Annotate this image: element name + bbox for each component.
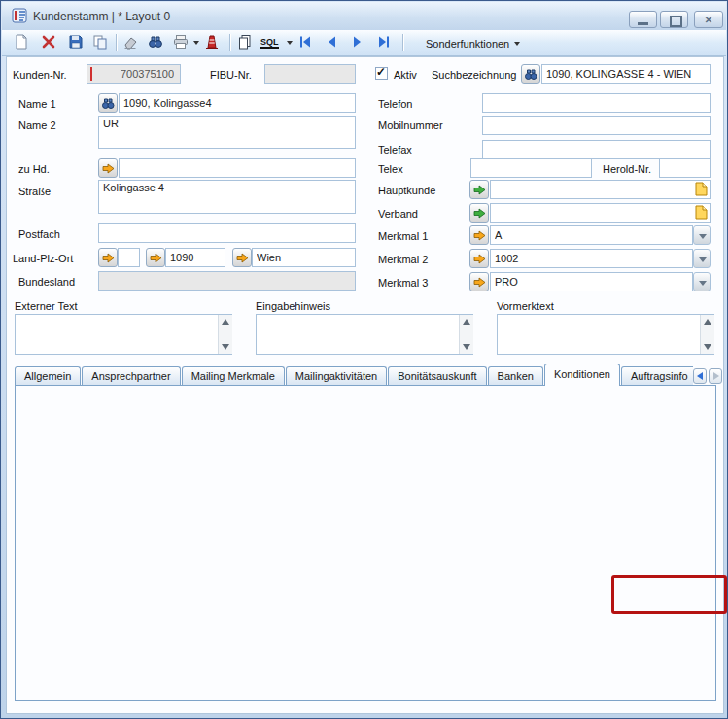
- strasse-field[interactable]: Kolingasse 4: [98, 180, 356, 214]
- fibu-nr-field: [264, 64, 356, 84]
- print-icon[interactable]: [173, 34, 191, 51]
- sonderfunktionen-button[interactable]: Sonderfunktionen: [426, 38, 509, 50]
- name2-label: Name 2: [18, 120, 56, 131]
- merkmal3-field[interactable]: [490, 272, 693, 291]
- close-button[interactable]: ✕: [694, 11, 723, 28]
- nav-last-icon[interactable]: [376, 34, 394, 51]
- scrollbar[interactable]: [218, 315, 232, 354]
- merkmal2-dropdown-button[interactable]: [693, 249, 711, 268]
- merkmal2-field[interactable]: [490, 249, 693, 268]
- nav-prev-icon[interactable]: [324, 34, 341, 51]
- titlebar[interactable]: Kundenstamm | * Layout 0 ✕: [2, 2, 726, 30]
- tab-bonitaetsauskunft[interactable]: Bonitätsauskunft: [388, 366, 486, 386]
- copy-icon[interactable]: [92, 34, 110, 51]
- tab-scroll-left-button[interactable]: [693, 368, 707, 384]
- name2-field[interactable]: UR: [98, 116, 356, 149]
- zu-hd-jump-button[interactable]: [98, 158, 118, 178]
- suchbezeichnung-field[interactable]: [541, 64, 711, 84]
- land-jump-button[interactable]: [98, 248, 118, 267]
- green-arrow-icon: [473, 208, 486, 219]
- tab-scroll-right-button[interactable]: [709, 368, 722, 384]
- ort-jump-button[interactable]: [232, 248, 252, 267]
- verband-field[interactable]: [490, 203, 711, 223]
- scroll-up-icon[interactable]: [463, 319, 470, 325]
- nav-next-icon[interactable]: [350, 34, 367, 51]
- eraser-icon[interactable]: [122, 34, 140, 51]
- note-icon[interactable]: [695, 205, 708, 222]
- sql-dropdown-caret[interactable]: [287, 41, 293, 45]
- mobilnummer-field[interactable]: [482, 116, 711, 135]
- minimize-button[interactable]: [629, 11, 657, 28]
- herold-nr-field[interactable]: [659, 158, 711, 178]
- new-icon[interactable]: [14, 34, 31, 51]
- tab-mailingaktivitaeten[interactable]: Mailingaktivitäten: [286, 366, 387, 386]
- zu-hd-field[interactable]: [119, 158, 356, 178]
- merkmal3-dropdown-button[interactable]: [693, 272, 711, 291]
- tab-bar: Allgemein Ansprechpartner Mailing Merkma…: [15, 364, 693, 386]
- search-icon[interactable]: [148, 34, 165, 51]
- scroll-down-icon[interactable]: [704, 344, 711, 350]
- orange-arrow-icon: [236, 253, 249, 263]
- suchbezeichnung-label: Suchbezeichnung: [432, 69, 516, 81]
- preview-icon[interactable]: [204, 34, 222, 51]
- sql-icon[interactable]: SQL: [260, 37, 279, 49]
- delete-icon[interactable]: [41, 34, 58, 51]
- land-field[interactable]: [118, 248, 140, 267]
- window-title: Kundenstamm | * Layout 0: [33, 10, 170, 23]
- orange-arrow-icon: [473, 230, 486, 241]
- tab-auftragsinfo[interactable]: Auftragsinfo: [621, 366, 693, 386]
- aktiv-checkbox[interactable]: ✓: [375, 67, 388, 80]
- nav-first-icon[interactable]: [297, 34, 315, 51]
- tab-ansprechpartner[interactable]: Ansprechpartner: [82, 366, 180, 386]
- telex-label: Telex: [378, 163, 403, 175]
- maximize-button[interactable]: [660, 11, 688, 28]
- scroll-up-icon[interactable]: [704, 319, 711, 325]
- telex-field[interactable]: [470, 158, 592, 178]
- name1-field[interactable]: [119, 93, 356, 113]
- scroll-down-icon[interactable]: [463, 344, 470, 350]
- scroll-down-icon[interactable]: [222, 344, 229, 350]
- plz-field[interactable]: [165, 248, 225, 267]
- strasse-label: Straße: [18, 186, 51, 197]
- chevron-right-icon: [713, 372, 719, 380]
- ort-field[interactable]: [252, 248, 356, 267]
- externer-text-field[interactable]: [15, 314, 232, 355]
- merkmal1-dropdown-button[interactable]: [693, 225, 711, 245]
- hauptkunde-field[interactable]: [490, 180, 711, 199]
- app-window: Kundenstamm | * Layout 0 ✕ SQL Sonderfun…: [0, 0, 728, 719]
- tab-konditionen[interactable]: Konditionen: [544, 364, 620, 386]
- telefon-field[interactable]: [482, 93, 711, 113]
- bundesland-label: Bundesland: [18, 276, 75, 288]
- merkmal3-jump-button[interactable]: [469, 272, 489, 291]
- scroll-up-icon[interactable]: [222, 319, 229, 325]
- plz-jump-button[interactable]: [146, 248, 165, 267]
- eingabehinweis-field[interactable]: [256, 314, 473, 355]
- eingabehinweis-label: Eingabehinweis: [256, 300, 330, 312]
- scrollbar[interactable]: [459, 315, 473, 354]
- telefax-field[interactable]: [482, 140, 711, 159]
- postfach-field[interactable]: [98, 223, 356, 243]
- search-lookup-button[interactable]: [521, 64, 540, 84]
- konditionen-panel: [15, 385, 716, 701]
- merkmal2-label: Merkmal 2: [378, 254, 428, 265]
- vormerktext-field[interactable]: [497, 314, 714, 355]
- tab-banken[interactable]: Banken: [488, 366, 543, 386]
- note-icon[interactable]: [695, 182, 708, 198]
- aktiv-label: Aktiv: [394, 69, 417, 81]
- verband-label: Verband: [378, 208, 418, 220]
- toolbar-separator: [402, 34, 404, 51]
- print-dropdown-caret[interactable]: [193, 41, 199, 45]
- scrollbar[interactable]: [700, 315, 714, 354]
- save-icon[interactable]: [68, 34, 86, 51]
- tab-mailing-merkmale[interactable]: Mailing Merkmale: [182, 366, 285, 386]
- hauptkunde-jump-button[interactable]: [469, 180, 489, 199]
- merkmal2-jump-button[interactable]: [469, 249, 489, 268]
- tab-allgemein[interactable]: Allgemein: [15, 366, 81, 386]
- check-icon: ✓: [376, 65, 386, 79]
- verband-jump-button[interactable]: [469, 203, 489, 223]
- merkmal1-jump-button[interactable]: [469, 225, 489, 245]
- merkmal1-field[interactable]: [490, 225, 693, 245]
- sonderfunktionen-caret[interactable]: [514, 42, 520, 46]
- copy-pages-icon[interactable]: [237, 34, 255, 51]
- name1-lookup-button[interactable]: [98, 93, 118, 113]
